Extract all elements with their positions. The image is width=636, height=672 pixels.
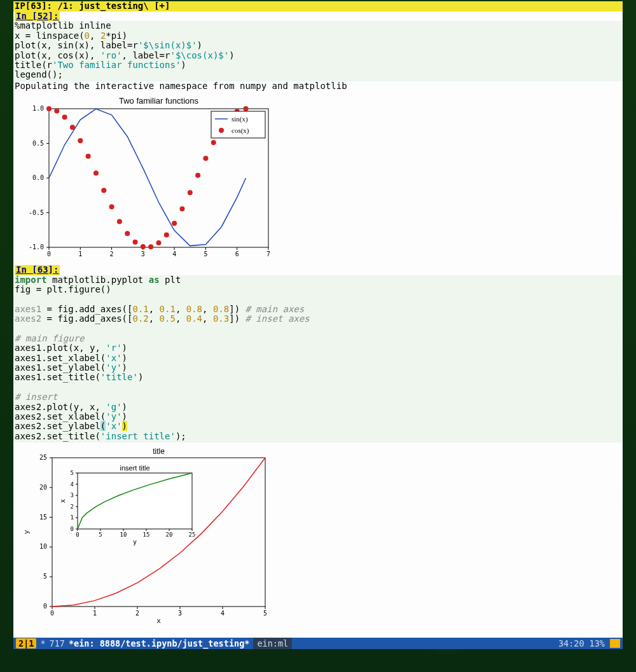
- svg-point-31: [70, 125, 75, 130]
- svg-text:2: 2: [110, 250, 114, 257]
- svg-text:20: 20: [166, 531, 173, 538]
- svg-text:0: 0: [43, 603, 47, 610]
- svg-rect-88: [78, 473, 192, 529]
- svg-text:2: 2: [135, 610, 139, 617]
- cell-1-code[interactable]: %matplotlib inline x = linspace(0, 2*pi)…: [13, 21, 623, 81]
- svg-point-48: [203, 156, 208, 161]
- svg-point-33: [86, 154, 91, 159]
- svg-text:5: 5: [263, 610, 267, 617]
- svg-text:1: 1: [93, 610, 97, 617]
- svg-point-42: [156, 240, 162, 245]
- svg-text:0.0: 0.0: [32, 174, 44, 181]
- svg-text:5: 5: [99, 531, 102, 538]
- svg-text:2: 2: [71, 504, 74, 510]
- svg-text:y: y: [22, 530, 31, 534]
- window-titlebar: IP[63]: /1: just_testing\ [+]: [13, 1, 623, 11]
- cell-1-prompt: In [52]:: [15, 11, 60, 21]
- svg-text:y: y: [133, 538, 137, 545]
- svg-text:25: 25: [189, 531, 196, 538]
- svg-text:3: 3: [178, 610, 182, 617]
- svg-text:6: 6: [235, 250, 239, 257]
- svg-text:7: 7: [266, 250, 270, 257]
- cell-2-code[interactable]: import matplotlib.pyplot as plt fig = pl…: [13, 275, 623, 443]
- svg-text:1: 1: [71, 515, 74, 521]
- svg-point-28: [46, 106, 52, 111]
- svg-text:title: title: [153, 447, 165, 456]
- svg-text:0: 0: [47, 250, 51, 257]
- svg-point-36: [109, 204, 114, 209]
- svg-text:insert title: insert title: [120, 464, 149, 472]
- svg-text:Two familiar functions: Two familiar functions: [119, 96, 198, 106]
- buffer-name: *ein: 8888/test.ipynb/just_testing*: [69, 639, 249, 648]
- cell-1-output: Populating the interactive namespace fro…: [13, 81, 623, 91]
- svg-point-57: [219, 128, 224, 133]
- modified-indicator: *: [40, 639, 45, 648]
- svg-text:4: 4: [221, 610, 225, 617]
- scroll-percent: 13%: [590, 639, 605, 648]
- cursor-position: 34:20: [558, 639, 584, 648]
- cell-2-prompt: In [63]:: [15, 265, 60, 275]
- svg-point-39: [133, 240, 138, 245]
- svg-point-38: [125, 231, 130, 236]
- svg-point-30: [62, 114, 67, 120]
- svg-point-29: [54, 109, 59, 114]
- svg-point-46: [188, 190, 193, 195]
- svg-text:-0.5: -0.5: [29, 209, 44, 216]
- svg-point-37: [117, 219, 122, 224]
- svg-point-53: [244, 106, 249, 111]
- plot-2: title0123450510152025xyinsert title05101…: [13, 442, 623, 629]
- svg-point-41: [148, 244, 153, 249]
- svg-point-43: [164, 233, 169, 238]
- svg-text:cos(x): cos(x): [232, 127, 249, 135]
- svg-text:0: 0: [50, 610, 54, 617]
- svg-point-47: [195, 173, 200, 178]
- svg-point-40: [141, 244, 146, 249]
- svg-text:3: 3: [141, 250, 145, 257]
- svg-text:1: 1: [78, 250, 82, 257]
- svg-text:15: 15: [39, 514, 47, 521]
- svg-text:1.0: 1.0: [32, 105, 44, 112]
- cursor: ): [122, 421, 127, 431]
- svg-text:4: 4: [71, 481, 74, 488]
- svg-point-45: [179, 207, 184, 212]
- svg-text:-1.0: -1.0: [29, 243, 44, 250]
- editor-window: IP[63]: /1: just_testing\ [+] In [52]: %…: [13, 1, 623, 649]
- svg-text:sin(x): sin(x): [232, 115, 248, 123]
- svg-text:0.5: 0.5: [32, 140, 44, 147]
- svg-point-34: [93, 170, 99, 175]
- svg-point-49: [211, 140, 216, 145]
- svg-text:5: 5: [71, 470, 74, 476]
- cell-1[interactable]: In [52]: %matplotlib inline x = linspace…: [13, 11, 623, 91]
- svg-text:5: 5: [43, 573, 47, 580]
- modeline-end-block: [610, 639, 620, 648]
- major-mode: ein:ml: [253, 638, 292, 649]
- svg-text:3: 3: [71, 492, 74, 498]
- svg-text:x: x: [156, 617, 161, 624]
- plot-1: Two familiar functions01234567-1.0-0.50.…: [13, 91, 623, 265]
- svg-point-44: [172, 221, 177, 226]
- modeline: 2|1 * 717 *ein: 8888/test.ipynb/just_tes…: [13, 638, 623, 649]
- svg-text:5: 5: [204, 250, 207, 257]
- svg-text:10: 10: [120, 531, 127, 538]
- svg-point-32: [78, 138, 83, 143]
- svg-text:4: 4: [172, 250, 176, 257]
- svg-text:10: 10: [39, 544, 47, 551]
- line-count: 717: [50, 639, 65, 648]
- svg-text:25: 25: [39, 454, 47, 461]
- svg-text:0: 0: [76, 531, 79, 538]
- svg-text:0: 0: [71, 526, 74, 532]
- svg-text:15: 15: [143, 531, 150, 538]
- svg-text:x: x: [59, 499, 66, 503]
- svg-text:20: 20: [39, 484, 47, 491]
- window-number-chip: 2|1: [16, 638, 36, 648]
- cell-2[interactable]: In [63]: import matplotlib.pyplot as plt…: [13, 265, 623, 442]
- svg-point-35: [101, 188, 106, 193]
